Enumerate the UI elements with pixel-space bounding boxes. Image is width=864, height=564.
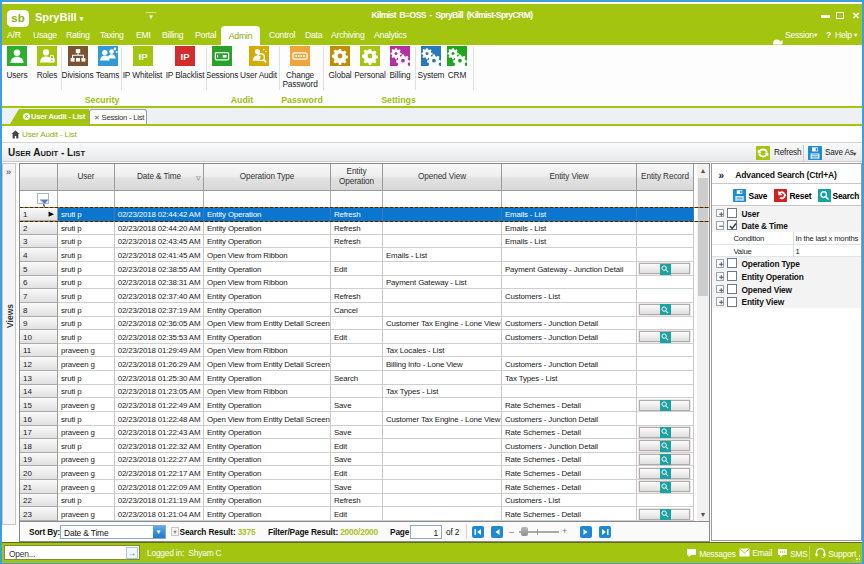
svg-text:IP: IP — [138, 51, 148, 62]
svg-text:IP: IP — [181, 51, 191, 62]
